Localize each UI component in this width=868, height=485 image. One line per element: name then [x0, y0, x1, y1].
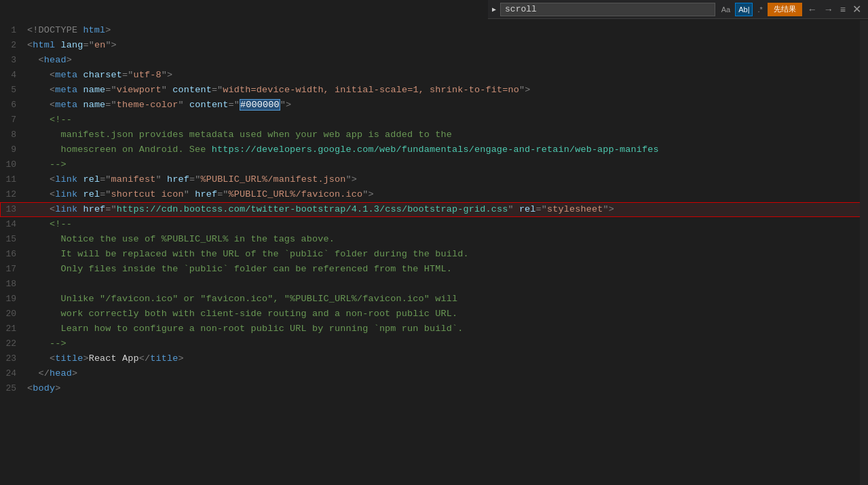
search-expand-icon: ▶: [492, 5, 496, 14]
line-code: Unlike "/favicon.ico" or "favicon.ico", …: [27, 292, 457, 307]
code-line: 20 work correctly both with client-side …: [0, 307, 868, 322]
line-code: Learn how to configure a non-root public…: [27, 322, 463, 336]
line-number: 9: [0, 142, 27, 157]
line-code: work correctly both with client-side rou…: [27, 307, 457, 322]
line-code: </head>: [27, 366, 77, 381]
line-number: 20: [0, 307, 27, 322]
line-code: <!--: [27, 217, 72, 232]
code-line: 4 <meta charset="utf-8">: [0, 68, 868, 83]
line-number: 10: [0, 157, 27, 172]
line-code: [27, 277, 33, 292]
code-line: 2<html lang="en">: [0, 38, 868, 53]
close-search-button[interactable]: ✕: [850, 3, 864, 16]
minimap-scrollbar[interactable]: [860, 20, 868, 485]
code-line: 7 <!--: [0, 113, 868, 128]
search-menu-button[interactable]: ≡: [837, 4, 848, 15]
code-line: 13 <link href="https://cdn.bootcss.com/t…: [0, 202, 868, 217]
code-line: 5 <meta name="viewport" content="width=d…: [0, 83, 868, 98]
code-line: 18: [0, 277, 868, 292]
code-line: 17 Only files inside the `public` folder…: [0, 262, 868, 277]
line-number: 13: [0, 202, 27, 217]
line-number: 14: [0, 217, 27, 232]
code-line: 25<body>: [0, 381, 868, 396]
line-code: <link href="https://cdn.bootcss.com/twit…: [27, 202, 614, 217]
line-number: 3: [0, 53, 27, 68]
line-number: 11: [0, 172, 27, 187]
prev-result-button[interactable]: ←: [805, 4, 820, 15]
line-code: <link rel="manifest" href="%PUBLIC_URL%/…: [27, 172, 357, 187]
line-code: homescreen on Android. See https://devel…: [27, 142, 659, 157]
line-code: <body>: [27, 381, 60, 396]
line-code: <title>React App</title>: [27, 351, 184, 366]
line-number: 15: [0, 232, 27, 247]
code-line: 1<!DOCTYPE html>: [0, 23, 868, 38]
code-line: 15 Notice the use of %PUBLIC_URL% in the…: [0, 232, 868, 247]
line-code: <!--: [27, 113, 72, 128]
line-number: 21: [0, 322, 27, 336]
whole-word-button[interactable]: Ab|: [735, 3, 753, 16]
code-line: 24 </head>: [0, 366, 868, 381]
line-number: 24: [0, 366, 27, 381]
line-number: 8: [0, 128, 27, 142]
line-number: 25: [0, 381, 27, 396]
code-line: 23 <title>React App</title>: [0, 351, 868, 366]
line-number: 17: [0, 262, 27, 277]
search-options: Aa Ab| .* 先结果: [718, 3, 802, 16]
code-line: 19 Unlike "/favicon.ico" or "favicon.ico…: [0, 292, 868, 307]
line-code: manifest.json provides metadata used whe…: [27, 128, 452, 142]
regex-button[interactable]: .*: [754, 3, 766, 16]
line-number: 22: [0, 336, 27, 351]
line-code: <html lang="en">: [27, 38, 117, 53]
code-line: 22 -->: [0, 336, 868, 351]
line-code: Notice the use of %PUBLIC_URL% in the ta…: [27, 232, 335, 247]
line-code: -->: [27, 336, 67, 351]
line-number: 18: [0, 277, 27, 292]
search-input-wrapper[interactable]: scroll: [500, 3, 715, 16]
code-content: 1<!DOCTYPE html>2<html lang="en">3 <head…: [0, 20, 868, 399]
line-number: 2: [0, 38, 27, 53]
code-line: 9 homescreen on Android. See https://dev…: [0, 142, 868, 157]
line-number: 12: [0, 187, 27, 202]
line-code: <link rel="shortcut icon" href="%PUBLIC_…: [27, 187, 374, 202]
line-number: 7: [0, 113, 27, 128]
line-code: It will be replaced with the URL of the …: [27, 247, 469, 262]
line-number: 1: [0, 23, 27, 38]
line-number: 23: [0, 351, 27, 366]
code-line: 8 manifest.json provides metadata used w…: [0, 128, 868, 142]
code-line: 10 -->: [0, 157, 868, 172]
code-line: 3 <head>: [0, 53, 868, 68]
code-editor: 1<!DOCTYPE html>2<html lang="en">3 <head…: [0, 20, 868, 485]
line-number: 5: [0, 83, 27, 98]
case-sensitive-button[interactable]: Aa: [718, 3, 734, 16]
line-code: <meta charset="utf-8">: [27, 68, 172, 83]
code-line: 14 <!--: [0, 217, 868, 232]
search-input-value: scroll: [505, 4, 537, 14]
line-code: <head>: [27, 53, 72, 68]
search-nav-buttons: ← → ≡ ✕: [805, 3, 864, 16]
next-result-button[interactable]: →: [821, 4, 836, 15]
line-number: 16: [0, 247, 27, 262]
line-code: -->: [27, 157, 67, 172]
code-line: 12 <link rel="shortcut icon" href="%PUBL…: [0, 187, 868, 202]
line-code: Only files inside the `public` folder ca…: [27, 262, 452, 277]
code-line: 21 Learn how to configure a non-root pub…: [0, 322, 868, 336]
code-line: 6 <meta name="theme-color" content="#000…: [0, 98, 868, 113]
line-number: 4: [0, 68, 27, 83]
line-code: <meta name="viewport" content="width=dev…: [27, 83, 530, 98]
code-line: 16 It will be replaced with the URL of t…: [0, 247, 868, 262]
code-line: 11 <link rel="manifest" href="%PUBLIC_UR…: [0, 172, 868, 187]
highlight-results-button[interactable]: 先结果: [768, 3, 802, 16]
line-number: 19: [0, 292, 27, 307]
search-bar[interactable]: ▶ scroll Aa Ab| .* 先结果 ← → ≡ ✕: [488, 0, 868, 19]
line-code: <!DOCTYPE html>: [27, 23, 111, 38]
line-number: 6: [0, 98, 27, 113]
line-code: <meta name="theme-color" content="#00000…: [27, 98, 291, 113]
